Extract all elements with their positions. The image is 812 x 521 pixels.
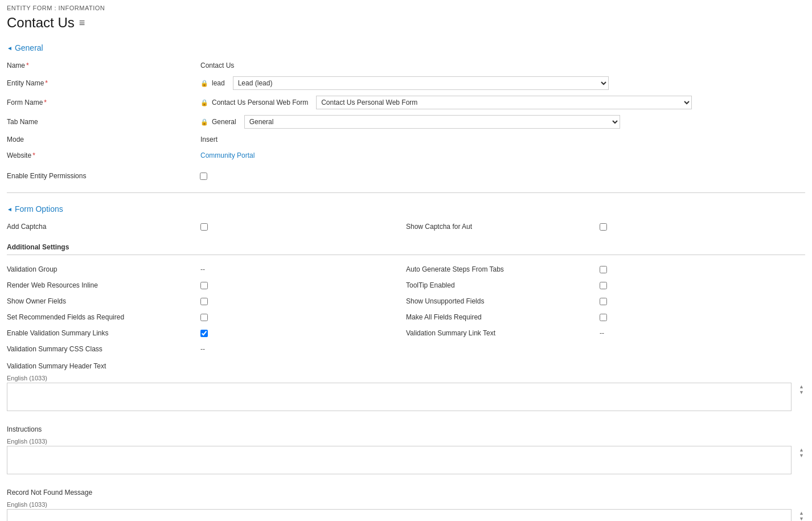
enable-entity-permissions-checkbox[interactable]	[200, 173, 207, 180]
tooltip-enabled-label: ToolTip Enabled	[406, 279, 600, 292]
enable-validation-links-label: Enable Validation Summary Links	[7, 327, 200, 339]
enable-entity-permissions-row: Enable Entity Permissions	[0, 164, 812, 187]
make-all-required-checkbox-wrapper	[600, 314, 805, 321]
show-unsupported-fields-label: Show Unsupported Fields	[406, 295, 600, 307]
form-options-section-label: Form Options	[15, 204, 63, 214]
mode-value: Insert	[200, 133, 805, 146]
record-not-found-block: Record Not Found Message English (1033) …	[0, 484, 812, 521]
validation-group-value: --	[200, 264, 406, 274]
general-chevron-icon: ◄	[7, 45, 13, 51]
validation-header-spin-arrows[interactable]: ▲▼	[799, 384, 804, 395]
set-recommended-checkbox-wrapper	[200, 314, 406, 321]
show-captcha-label: Show Captcha for Aut	[406, 220, 600, 233]
form-name-label: Form Name *	[7, 95, 200, 110]
hamburger-menu-icon[interactable]: ≡	[79, 17, 85, 29]
make-all-required-checkbox[interactable]	[600, 314, 607, 321]
tab-name-value: 🔒 General General	[200, 114, 805, 130]
set-recommended-label: Set Recommended Fields as Required	[7, 311, 200, 323]
show-unsupported-fields-checkbox[interactable]	[600, 298, 607, 305]
make-all-required-label: Make All Fields Required	[406, 311, 600, 323]
show-unsupported-fields-checkbox-wrapper	[600, 298, 805, 305]
add-captcha-checkbox[interactable]	[200, 223, 208, 231]
record-not-found-lang: English (1033)	[7, 500, 805, 509]
form-name-select[interactable]: Contact Us Personal Web Form	[316, 96, 692, 109]
tab-name-label: Tab Name	[7, 114, 200, 130]
website-link[interactable]: Community Portal	[200, 151, 255, 159]
entity-name-required: *	[45, 79, 48, 87]
tooltip-enabled-checkbox[interactable]	[600, 282, 607, 289]
validation-group-label: Validation Group	[7, 263, 200, 276]
record-not-found-textarea-wrapper: ▲▼	[7, 509, 805, 521]
show-owner-fields-checkbox-wrapper	[200, 298, 406, 305]
show-owner-fields-checkbox[interactable]	[200, 298, 208, 305]
auto-generate-steps-checkbox-wrapper	[600, 266, 805, 273]
render-web-resources-label: Render Web Resources Inline	[7, 279, 200, 292]
validation-header-block: Validation Summary Header Text English (…	[0, 358, 812, 415]
website-label: Website *	[7, 149, 200, 162]
validation-summary-link-text-value: --	[600, 328, 805, 338]
add-captcha-checkbox-wrapper	[200, 223, 406, 231]
additional-settings-grid: Validation Group -- Auto Generate Steps …	[0, 261, 812, 358]
tab-name-select[interactable]: General	[244, 115, 620, 129]
instructions-label: Instructions	[7, 423, 805, 436]
tab-name-lock-icon: 🔒	[200, 118, 208, 126]
form-name-lock-icon: 🔒	[200, 99, 208, 106]
entity-name-label: Entity Name *	[7, 75, 200, 91]
entity-label: ENTITY FORM : INFORMATION	[0, 0, 812, 13]
enable-entity-permissions-checkbox-wrapper	[200, 173, 207, 180]
form-name-required: *	[44, 99, 47, 106]
entity-name-value: 🔒 lead Lead (lead)	[200, 75, 805, 91]
render-web-resources-checkbox-wrapper	[200, 282, 406, 289]
general-divider	[7, 192, 805, 193]
auto-generate-steps-checkbox[interactable]	[600, 266, 607, 273]
validation-header-label: Validation Summary Header Text	[7, 360, 805, 372]
website-required: *	[32, 151, 35, 159]
show-captcha-checkbox[interactable]	[600, 223, 607, 231]
name-value: Contact Us	[200, 59, 805, 72]
validation-css-label: Validation Summary CSS Class	[7, 343, 200, 355]
form-options-chevron-icon: ◄	[7, 206, 13, 212]
captcha-row: Add Captcha Show Captcha for Aut	[0, 218, 812, 240]
validation-css-value: --	[200, 344, 406, 354]
enable-validation-links-checkbox-wrapper	[200, 330, 406, 337]
instructions-lang: English (1033)	[7, 437, 805, 446]
form-options-section-header[interactable]: ◄ Form Options	[0, 199, 812, 218]
page-title: Contact Us ≡	[0, 13, 812, 38]
add-captcha-label: Add Captcha	[7, 220, 200, 233]
additional-settings-divider	[7, 255, 805, 255]
validation-header-textarea[interactable]	[7, 383, 792, 411]
validation-header-textarea-wrapper: ▲▼	[7, 383, 805, 413]
instructions-block: Instructions English (1033) ▲▼	[0, 421, 812, 478]
record-not-found-label: Record Not Found Message	[7, 486, 805, 499]
general-fields-grid: Name * Contact Us Entity Name * 🔒 lead L…	[0, 57, 812, 164]
render-web-resources-checkbox[interactable]	[200, 282, 208, 289]
name-label: Name *	[7, 59, 200, 72]
enable-entity-permissions-label: Enable Entity Permissions	[7, 170, 86, 182]
show-captcha-checkbox-wrapper	[600, 223, 805, 231]
entity-name-lock-icon: 🔒	[200, 80, 208, 87]
show-owner-fields-label: Show Owner Fields	[7, 295, 200, 307]
mode-label: Mode	[7, 133, 200, 146]
set-recommended-checkbox[interactable]	[200, 314, 208, 321]
record-not-found-spin-arrows[interactable]: ▲▼	[799, 510, 804, 521]
instructions-textarea-wrapper: ▲▼	[7, 446, 805, 476]
auto-generate-steps-label: Auto Generate Steps From Tabs	[406, 263, 600, 276]
general-section-label: General	[15, 43, 43, 52]
website-value: Community Portal	[200, 149, 805, 162]
tooltip-enabled-checkbox-wrapper	[600, 282, 805, 289]
instructions-textarea[interactable]	[7, 446, 792, 474]
page-title-text: Contact Us	[7, 15, 75, 31]
enable-validation-links-checkbox[interactable]	[200, 330, 208, 337]
general-section-header[interactable]: ◄ General	[0, 38, 812, 57]
validation-summary-link-text-label: Validation Summary Link Text	[406, 327, 600, 339]
validation-header-lang: English (1033)	[7, 374, 805, 383]
entity-name-select[interactable]: Lead (lead)	[233, 76, 609, 90]
form-name-value: 🔒 Contact Us Personal Web Form Contact U…	[200, 95, 805, 110]
additional-settings-title: Additional Settings	[0, 240, 812, 253]
instructions-spin-arrows[interactable]: ▲▼	[799, 447, 804, 458]
record-not-found-textarea[interactable]	[7, 509, 792, 521]
name-required: *	[26, 61, 29, 69]
